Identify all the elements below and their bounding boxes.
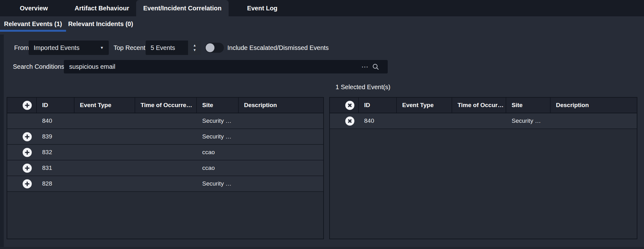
available-events-table: ID Event Type Time of Occurre… Site Desc… [7, 97, 324, 239]
column-header-description: Description [551, 98, 637, 113]
bottom-edge-strip [0, 247, 644, 249]
plus-circle-icon [23, 148, 32, 157]
column-header-event-type: Event Type [75, 98, 135, 113]
selected-events-count: 1 Selected Event(s) [336, 84, 391, 91]
x-circle-icon [345, 116, 354, 126]
add-event-button[interactable] [23, 148, 32, 157]
tab-event-incident-correlation[interactable]: Event/Incident Correlation [136, 0, 229, 16]
tab-event-log[interactable]: Event Log [229, 0, 296, 16]
cell-site: ccao [197, 165, 239, 171]
from-select-value: Imported Events [34, 44, 80, 51]
selected-events-table: ID Event Type Time of Occur… Site Descri… [329, 97, 637, 239]
top-recent-input[interactable] [146, 41, 188, 55]
search-input[interactable] [64, 63, 360, 71]
row-action-cell [7, 132, 37, 141]
selected-events-header: ID Event Type Time of Occur… Site Descri… [330, 98, 637, 113]
search-button[interactable] [372, 63, 380, 71]
tab-overview[interactable]: Overview [0, 0, 68, 16]
cell-site: Security … [197, 133, 239, 140]
spinner-down-icon[interactable]: ▼ [193, 48, 197, 52]
active-subtab-underline [0, 30, 66, 32]
include-escalated-label: Include Escalated/Dismissed Events [227, 41, 329, 55]
cell-site: Security … [506, 117, 551, 124]
plus-circle-icon [23, 164, 32, 173]
cell-id: 832 [37, 149, 75, 156]
column-header-site: Site [197, 98, 239, 113]
subtab-relevant-events[interactable]: Relevant Events (1) [0, 16, 66, 32]
chevron-down-icon: ▼ [100, 46, 104, 50]
tab-artifact-behaviour[interactable]: Artifact Behaviour [68, 0, 136, 16]
row-action-cell [7, 164, 37, 173]
cell-site: ccao [197, 149, 239, 156]
add-event-button[interactable] [23, 164, 32, 173]
cell-site: Security … [197, 117, 239, 124]
from-select[interactable]: Imported Events ▼ [29, 41, 109, 55]
cell-id: 840 [359, 117, 397, 124]
add-event-button[interactable] [23, 179, 32, 188]
from-label: From [14, 41, 29, 55]
column-header-time: Time of Occurre… [135, 98, 197, 113]
event-row: 831ccao [7, 160, 323, 176]
column-header-id: ID [359, 98, 397, 113]
remove-event-button[interactable] [345, 116, 354, 126]
cell-id: 828 [37, 180, 75, 187]
top-recent-spinner: ▲ ▼ [188, 41, 201, 55]
toggle-knob [206, 43, 214, 52]
event-row: 840Security … [330, 113, 637, 129]
plus-circle-icon [23, 101, 32, 110]
search-icon [372, 63, 380, 71]
include-escalated-toggle[interactable] [205, 43, 224, 53]
row-action-cell [7, 148, 37, 157]
plus-circle-icon [23, 132, 32, 141]
available-events-header: ID Event Type Time of Occurre… Site Desc… [7, 98, 323, 113]
tab-bar: Overview Artifact Behaviour Event/Incide… [0, 0, 644, 16]
spinner-up-icon[interactable]: ▲ [193, 44, 197, 47]
row-action-cell [7, 179, 37, 188]
available-events-body: 840Security …839Security …832ccao831ccao… [7, 113, 323, 192]
add-event-button[interactable] [23, 132, 32, 141]
column-header-site: Site [506, 98, 551, 113]
sub-tab-bar: Relevant Events (1) Relevant Incidents (… [0, 16, 135, 32]
event-row: 828Security … [7, 176, 323, 192]
subtab-relevant-incidents[interactable]: Relevant Incidents (0) [66, 16, 135, 32]
column-header-time: Time of Occur… [452, 98, 506, 113]
column-header-event-type: Event Type [397, 98, 452, 113]
row-action-cell [330, 116, 359, 126]
selected-events-body: 840Security … [330, 113, 637, 129]
remove-all-button[interactable] [345, 101, 354, 110]
cell-id: 831 [37, 165, 75, 171]
column-header-description: Description [239, 98, 323, 113]
left-edge-strip [0, 35, 4, 249]
more-options-icon[interactable]: ⋯ [360, 63, 369, 70]
plus-circle-icon [23, 179, 32, 188]
event-row: 832ccao [7, 145, 323, 160]
column-header-id: ID [37, 98, 75, 113]
search-conditions-label: Search Conditions [13, 60, 64, 73]
cell-id: 839 [37, 133, 75, 140]
cell-site: Security … [197, 180, 239, 187]
x-circle-icon [345, 101, 354, 110]
event-row: 840Security … [7, 113, 323, 129]
add-all-button[interactable] [23, 101, 32, 110]
search-conditions-field: ⋯ [64, 60, 388, 73]
cell-id: 840 [37, 117, 75, 124]
top-recent-label: Top Recent [114, 41, 145, 55]
event-row: 839Security … [7, 129, 323, 145]
